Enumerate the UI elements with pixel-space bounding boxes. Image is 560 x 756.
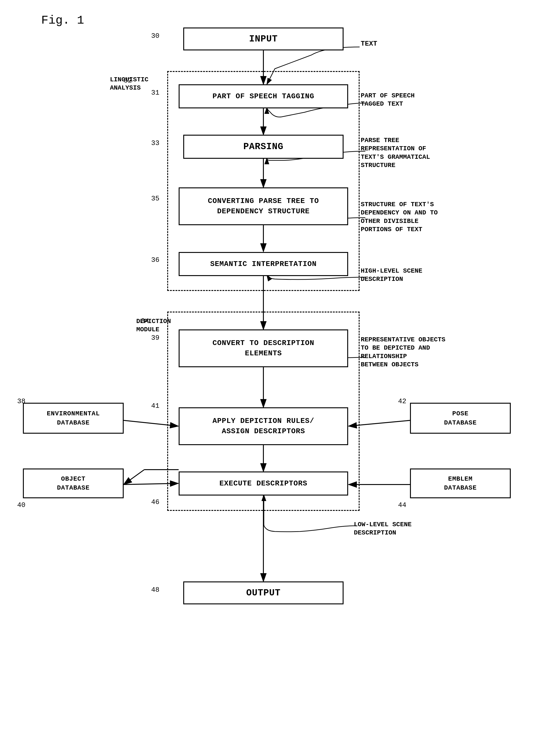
- ref-35: 35: [151, 195, 159, 202]
- ref-39: 39: [151, 334, 159, 342]
- low-level-label: LOW-LEVEL SCENE DESCRIPTION: [354, 520, 412, 537]
- env-db-box: ENVIRONMENTAL DATABASE: [23, 403, 124, 434]
- dep-structure-label: STRUCTURE OF TEXT'S DEPENDENCY ON AND TO…: [361, 200, 438, 234]
- obj-db-box: OBJECT DATABASE: [23, 469, 124, 498]
- text-label: TEXT: [361, 39, 377, 48]
- ref-40: 40: [17, 501, 25, 509]
- diagram-container: Fig. 1 INPUT PART OF SPEECH TAGGING PARS…: [0, 0, 560, 756]
- execute-box: EXECUTE DESCRIPTORS: [179, 472, 348, 496]
- fig-title: Fig. 1: [41, 14, 84, 27]
- emblem-db-box: EMBLEM DATABASE: [410, 469, 511, 498]
- ref-44: 44: [398, 501, 406, 509]
- ref-41: 41: [151, 402, 159, 410]
- ref-38: 38: [17, 397, 25, 405]
- svg-line-13: [124, 470, 144, 484]
- ref-42: 42: [398, 397, 406, 405]
- ref-33: 33: [151, 139, 159, 147]
- apply-depiction-box: APPLY DEPICTION RULES/ ASSIGN DESCRIPTOR…: [179, 407, 348, 445]
- high-level-label: HIGH-LEVEL SCENE DESCRIPTION: [361, 267, 422, 284]
- semantic-box: SEMANTIC INTERPRETATION: [179, 252, 348, 276]
- ref-30: 30: [151, 32, 159, 40]
- ref-36: 36: [151, 256, 159, 264]
- linguistic-analysis-label: LINGUISTIC ANALYSIS: [110, 76, 148, 92]
- pos-tagging-box: PART OF SPEECH TAGGING: [179, 84, 348, 108]
- parse-tree-label: PARSE TREE REPRESENTATION OF TEXT'S GRAM…: [361, 136, 430, 170]
- parsing-box: PARSING: [183, 135, 343, 159]
- output-box: OUTPUT: [183, 581, 343, 604]
- depiction-module-label: DEPICTION MODULE: [136, 317, 171, 334]
- converting-box: CONVERTING PARSE TREE TO DEPENDENCY STRU…: [179, 187, 348, 225]
- ref-31: 31: [151, 89, 159, 97]
- input-box: INPUT: [183, 27, 343, 51]
- convert-desc-box: CONVERT TO DESCRIPTION ELEMENTS: [179, 330, 348, 367]
- ref-48: 48: [151, 586, 159, 594]
- rep-objects-label: REPRESENTATIVE OBJECTS TO BE DEPICTED AN…: [361, 336, 445, 369]
- pos-tagged-label: PART OF SPEECH TAGGED TEXT: [361, 92, 415, 108]
- ref-46: 46: [151, 498, 159, 506]
- pose-db-box: POSE DATABASE: [410, 403, 511, 434]
